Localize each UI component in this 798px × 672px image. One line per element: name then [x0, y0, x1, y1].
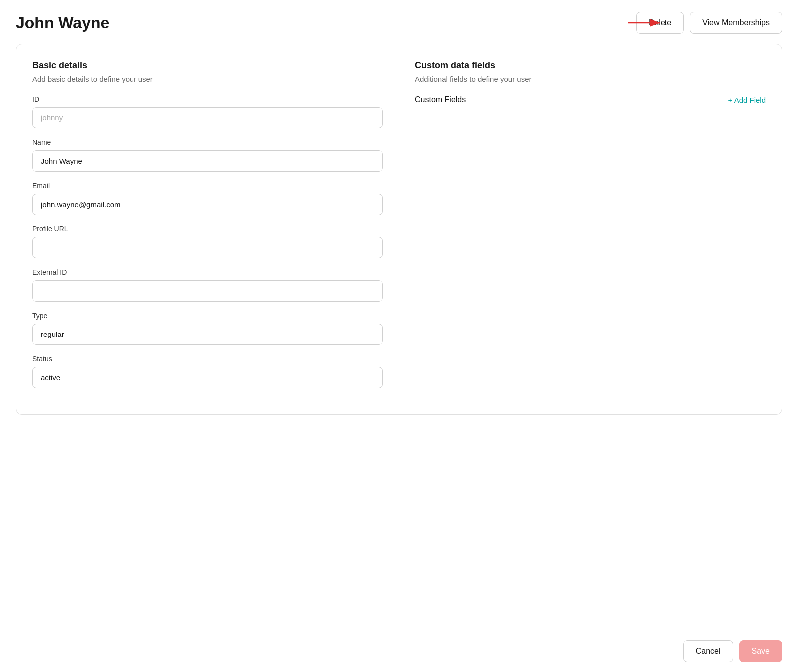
cancel-button[interactable]: Cancel: [683, 640, 733, 662]
email-field-group: Email: [32, 182, 383, 215]
profile-url-input[interactable]: [32, 237, 383, 258]
type-input[interactable]: [32, 324, 383, 345]
profile-url-field-group: Profile URL: [32, 225, 383, 258]
custom-data-subtitle: Additional fields to define your user: [415, 75, 766, 83]
type-field-group: Type: [32, 312, 383, 345]
name-label: Name: [32, 138, 383, 146]
details-card: Basic details Add basic details to defin…: [16, 44, 782, 415]
page-footer: Cancel Save: [0, 630, 798, 672]
save-button[interactable]: Save: [739, 640, 782, 662]
add-field-button[interactable]: + Add Field: [728, 96, 766, 104]
id-input[interactable]: [32, 107, 383, 128]
status-field-group: Status: [32, 355, 383, 388]
name-input[interactable]: [32, 150, 383, 172]
name-field-group: Name: [32, 138, 383, 172]
external-id-field-group: External ID: [32, 268, 383, 302]
header-actions: Delete View Memberships: [636, 12, 782, 34]
main-content: Basic details Add basic details to defin…: [0, 44, 798, 630]
email-label: Email: [32, 182, 383, 190]
status-input[interactable]: [32, 367, 383, 388]
basic-details-title: Basic details: [32, 60, 383, 71]
page-header: John Wayne Delete View Memberships: [0, 0, 798, 44]
external-id-input[interactable]: [32, 280, 383, 302]
email-input[interactable]: [32, 194, 383, 215]
custom-data-fields-panel: Custom data fields Additional fields to …: [399, 44, 782, 414]
type-label: Type: [32, 312, 383, 320]
status-label: Status: [32, 355, 383, 363]
custom-fields-header: Custom Fields + Add Field: [415, 95, 766, 104]
id-field-group: ID: [32, 95, 383, 128]
external-id-label: External ID: [32, 268, 383, 276]
arrow-annotation: [628, 13, 667, 33]
custom-fields-label: Custom Fields: [415, 95, 466, 104]
id-label: ID: [32, 95, 383, 103]
basic-details-subtitle: Add basic details to define your user: [32, 75, 383, 83]
profile-url-label: Profile URL: [32, 225, 383, 233]
page-title: John Wayne: [16, 14, 109, 32]
basic-details-panel: Basic details Add basic details to defin…: [16, 44, 399, 414]
view-memberships-button[interactable]: View Memberships: [690, 12, 782, 34]
custom-data-title: Custom data fields: [415, 60, 766, 71]
